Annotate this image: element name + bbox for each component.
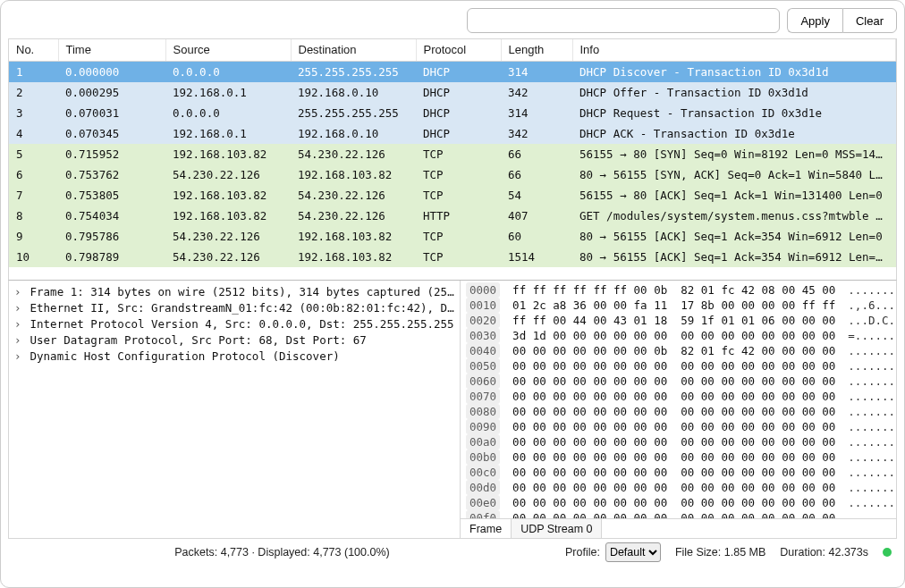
clear-filter-button[interactable]: Clear (842, 8, 897, 33)
hex-row[interactable]: 00d000 00 00 00 00 00 00 00 00 00 00 00 … (466, 480, 892, 495)
packet-cell-len: 66 (501, 164, 572, 185)
hex-offset: 00c0 (466, 465, 500, 480)
packet-cell-proto: TCP (416, 185, 501, 206)
details-tree-label: Ethernet II, Src: GrandstreamN_01:fc:42 … (23, 301, 454, 315)
col-header-no[interactable]: No. (9, 39, 58, 61)
packet-cell-info: DHCP ACK - Transaction ID 0x3d1e (572, 123, 896, 144)
hex-offset: 0060 (466, 374, 500, 389)
packet-cell-dst: 192.168.103.82 (291, 247, 416, 267)
hex-ascii: ........ (848, 480, 896, 495)
profile-select[interactable]: Default (605, 542, 661, 562)
packet-cell-no: 8 (9, 206, 58, 226)
details-tree-item[interactable]: › Internet Protocol Version 4, Src: 0.0.… (14, 316, 454, 332)
packet-table: No. Time Source Destination Protocol Len… (9, 39, 896, 267)
packet-cell-info: 80 → 56155 [ACK] Seq=1 Ack=354 Win=6912 … (572, 247, 896, 267)
col-header-time[interactable]: Time (58, 39, 165, 61)
packet-row[interactable]: 70.753805192.168.103.8254.230.22.126TCP5… (9, 185, 896, 206)
hex-bytes: 3d 1d 00 00 00 00 00 00 00 00 00 00 00 0… (512, 328, 835, 343)
hex-row[interactable]: 00c000 00 00 00 00 00 00 00 00 00 00 00 … (466, 465, 892, 480)
packet-row[interactable]: 40.070345192.168.0.1192.168.0.10DHCP342D… (9, 123, 896, 144)
packet-cell-no: 2 (9, 82, 58, 103)
packet-cell-src: 0.0.0.0 (165, 103, 291, 123)
details-tree-item[interactable]: › Dynamic Host Configuration Protocol (D… (14, 349, 454, 365)
packet-cell-src: 0.0.0.0 (165, 61, 291, 82)
hex-row[interactable]: 00303d 1d 00 00 00 00 00 00 00 00 00 00 … (466, 328, 892, 343)
packet-cell-src: 54.230.22.126 (165, 247, 291, 267)
packet-row[interactable]: 100.79878954.230.22.126192.168.103.82TCP… (9, 247, 896, 267)
packet-cell-time: 0.070031 (58, 103, 165, 123)
packet-row[interactable]: 50.715952192.168.103.8254.230.22.126TCP6… (9, 144, 896, 164)
col-header-length[interactable]: Length (501, 39, 572, 61)
hex-row[interactable]: 006000 00 00 00 00 00 00 00 00 00 00 00 … (466, 374, 892, 389)
packet-list-pane: No. Time Source Destination Protocol Len… (8, 38, 897, 280)
packet-row[interactable]: 10.0000000.0.0.0255.255.255.255DHCP314DH… (9, 61, 896, 82)
hex-row[interactable]: 008000 00 00 00 00 00 00 00 00 00 00 00 … (466, 404, 892, 419)
packet-cell-proto: TCP (416, 164, 501, 185)
packet-cell-info: DHCP Offer - Transaction ID 0x3d1d (572, 82, 896, 103)
hex-offset: 0030 (466, 328, 500, 343)
hex-row[interactable]: 009000 00 00 00 00 00 00 00 00 00 00 00 … (466, 419, 892, 434)
details-tree-label: User Datagram Protocol, Src Port: 68, Ds… (23, 333, 367, 347)
apply-filter-button[interactable]: Apply (787, 8, 842, 33)
details-tree-item[interactable]: › User Datagram Protocol, Src Port: 68, … (14, 332, 454, 349)
packet-cell-no: 10 (9, 247, 58, 267)
col-header-protocol[interactable]: Protocol (416, 39, 501, 61)
details-tree-item[interactable]: › Ethernet II, Src: GrandstreamN_01:fc:4… (14, 300, 454, 316)
col-header-destination[interactable]: Destination (291, 39, 416, 61)
packet-row[interactable]: 80.754034192.168.103.8254.230.22.126HTTP… (9, 206, 896, 226)
packet-row[interactable]: 60.75376254.230.22.126192.168.103.82TCP6… (9, 164, 896, 185)
hex-row[interactable]: 00e000 00 00 00 00 00 00 00 00 00 00 00 … (466, 495, 892, 510)
hex-offset: 00b0 (466, 449, 500, 465)
packet-cell-no: 9 (9, 226, 58, 247)
packet-cell-src: 192.168.103.82 (165, 206, 291, 226)
packet-cell-time: 0.000295 (58, 82, 165, 103)
packet-details-pane[interactable]: › Frame 1: 314 bytes on wire (2512 bits)… (9, 281, 461, 538)
packet-cell-proto: TCP (416, 226, 501, 247)
hex-tabs: Frame UDP Stream 0 (461, 518, 896, 538)
col-header-info[interactable]: Info (572, 39, 896, 61)
hex-ascii: ........ (848, 343, 896, 358)
hex-row[interactable]: 005000 00 00 00 00 00 00 00 00 00 00 00 … (466, 358, 892, 374)
packet-cell-proto: DHCP (416, 61, 501, 82)
packet-cell-dst: 54.230.22.126 (291, 144, 416, 164)
hex-tab-udp-stream[interactable]: UDP Stream 0 (512, 519, 602, 538)
display-filter-input[interactable] (467, 8, 780, 33)
packet-cell-src: 54.230.22.126 (165, 164, 291, 185)
hex-offset: 00d0 (466, 480, 500, 495)
hex-ascii: ........ (848, 419, 896, 434)
packet-cell-len: 314 (501, 61, 572, 82)
hex-ascii: ........ (848, 495, 896, 510)
hex-tab-frame[interactable]: Frame (461, 519, 512, 538)
hex-offset: 0000 (466, 282, 500, 298)
hex-row[interactable]: 007000 00 00 00 00 00 00 00 00 00 00 00 … (466, 389, 892, 404)
chevron-right-icon: › (14, 332, 23, 349)
chevron-right-icon: › (14, 284, 23, 300)
details-tree-item[interactable]: › Frame 1: 314 bytes on wire (2512 bits)… (14, 284, 454, 300)
hex-dump[interactable]: 0000ff ff ff ff ff ff 00 0b 82 01 fc 42 … (461, 281, 896, 518)
packet-cell-len: 342 (501, 123, 572, 144)
hex-offset: 0010 (466, 298, 500, 313)
profile-label: Profile: (565, 546, 600, 559)
hex-ascii: ........ (848, 374, 896, 389)
packet-row[interactable]: 20.000295192.168.0.1192.168.0.10DHCP342D… (9, 82, 896, 103)
chevron-right-icon: › (14, 300, 23, 316)
hex-row[interactable]: 00b000 00 00 00 00 00 00 00 00 00 00 00 … (466, 449, 892, 465)
hex-bytes: ff ff ff ff ff ff 00 0b 82 01 fc 42 08 0… (512, 282, 835, 298)
packet-cell-time: 0.754034 (58, 206, 165, 226)
hex-row[interactable]: 004000 00 00 00 00 00 00 0b 82 01 fc 42 … (466, 343, 892, 358)
hex-row[interactable]: 0020ff ff 00 44 00 43 01 18 59 1f 01 01 … (466, 313, 892, 328)
col-header-source[interactable]: Source (165, 39, 291, 61)
packet-cell-src: 54.230.22.126 (165, 226, 291, 247)
packet-cell-src: 192.168.103.82 (165, 144, 291, 164)
packet-cell-dst: 192.168.103.82 (291, 226, 416, 247)
packet-row[interactable]: 30.0700310.0.0.0255.255.255.255DHCP314DH… (9, 103, 896, 123)
hex-row[interactable]: 00f000 00 00 00 00 00 00 00 00 00 00 00 … (466, 510, 892, 518)
hex-bytes: 00 00 00 00 00 00 00 00 00 00 00 00 00 0… (512, 389, 835, 404)
packet-cell-info: 80 → 56155 [ACK] Seq=1 Ack=354 Win=6912 … (572, 226, 896, 247)
hex-row[interactable]: 0000ff ff ff ff ff ff 00 0b 82 01 fc 42 … (466, 282, 892, 298)
hex-row[interactable]: 001001 2c a8 36 00 00 fa 11 17 8b 00 00 … (466, 298, 892, 313)
packet-cell-proto: DHCP (416, 123, 501, 144)
hex-row[interactable]: 00a000 00 00 00 00 00 00 00 00 00 00 00 … (466, 434, 892, 449)
hex-offset: 00a0 (466, 434, 500, 449)
packet-row[interactable]: 90.79578654.230.22.126192.168.103.82TCP6… (9, 226, 896, 247)
